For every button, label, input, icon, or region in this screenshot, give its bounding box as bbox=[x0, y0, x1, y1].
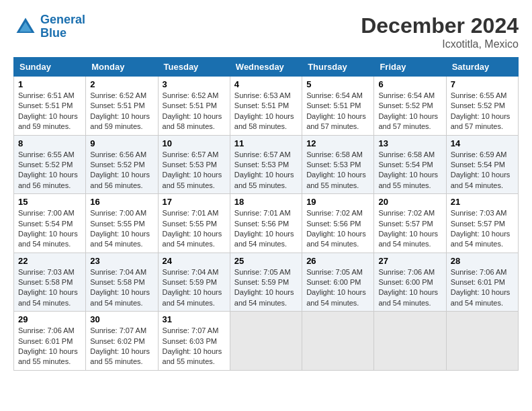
table-row: 16 Sunrise: 7:00 AM Sunset: 5:55 PM Dayl… bbox=[86, 194, 158, 253]
month-year-title: December 2024 bbox=[361, 13, 519, 38]
day-number: 17 bbox=[163, 197, 226, 207]
sunrise-label: Sunrise: 6:52 AM bbox=[90, 91, 146, 99]
table-row: 10 Sunrise: 6:57 AM Sunset: 5:53 PM Dayl… bbox=[158, 135, 230, 194]
sunrise-label: Sunrise: 6:51 AM bbox=[18, 91, 75, 99]
daylight-label: Daylight: 10 hours and 58 minutes. bbox=[163, 112, 222, 130]
sunrise-label: Sunrise: 6:59 AM bbox=[451, 150, 507, 158]
day-info: Sunrise: 7:01 AM Sunset: 5:56 PM Dayligh… bbox=[234, 208, 298, 250]
sunset-label: Sunset: 5:54 PM bbox=[378, 161, 433, 169]
sunset-label: Sunset: 5:52 PM bbox=[378, 101, 433, 109]
sunset-label: Sunset: 5:53 PM bbox=[306, 161, 361, 169]
daylight-label: Daylight: 10 hours and 54 minutes. bbox=[90, 288, 150, 306]
day-number: 19 bbox=[306, 197, 369, 207]
day-number: 10 bbox=[163, 138, 226, 148]
table-row: 2 Sunrise: 6:52 AM Sunset: 5:51 PM Dayli… bbox=[86, 77, 158, 136]
daylight-label: Daylight: 10 hours and 57 minutes. bbox=[378, 112, 438, 130]
day-info: Sunrise: 7:02 AM Sunset: 5:56 PM Dayligh… bbox=[306, 208, 369, 250]
sunrise-label: Sunrise: 7:06 AM bbox=[18, 326, 75, 334]
day-number: 14 bbox=[451, 138, 514, 148]
day-info: Sunrise: 6:58 AM Sunset: 5:54 PM Dayligh… bbox=[378, 150, 441, 191]
day-number: 5 bbox=[306, 79, 369, 89]
table-row: 23 Sunrise: 7:04 AM Sunset: 5:58 PM Dayl… bbox=[86, 253, 158, 312]
sunset-label: Sunset: 5:52 PM bbox=[18, 161, 73, 169]
logo: General Blue bbox=[13, 13, 85, 40]
day-number: 21 bbox=[451, 197, 514, 207]
header-thursday: Thursday bbox=[302, 58, 374, 77]
daylight-label: Daylight: 10 hours and 58 minutes. bbox=[234, 112, 294, 130]
table-row: 18 Sunrise: 7:01 AM Sunset: 5:56 PM Dayl… bbox=[230, 194, 302, 253]
sunrise-label: Sunrise: 7:07 AM bbox=[163, 326, 219, 334]
sunrise-label: Sunrise: 7:01 AM bbox=[163, 209, 219, 217]
day-info: Sunrise: 7:06 AM Sunset: 6:01 PM Dayligh… bbox=[451, 267, 514, 309]
table-row bbox=[446, 312, 518, 371]
day-info: Sunrise: 7:07 AM Sunset: 6:02 PM Dayligh… bbox=[90, 326, 153, 367]
sunrise-label: Sunrise: 6:54 AM bbox=[306, 91, 363, 99]
header-tuesday: Tuesday bbox=[158, 58, 230, 77]
day-number: 25 bbox=[234, 256, 298, 266]
sunset-label: Sunset: 5:56 PM bbox=[306, 220, 361, 228]
table-row: 5 Sunrise: 6:54 AM Sunset: 5:51 PM Dayli… bbox=[302, 77, 374, 136]
sunset-label: Sunset: 5:58 PM bbox=[90, 278, 144, 286]
daylight-label: Daylight: 10 hours and 55 minutes. bbox=[234, 171, 294, 189]
day-info: Sunrise: 7:02 AM Sunset: 5:57 PM Dayligh… bbox=[378, 208, 441, 250]
day-info: Sunrise: 6:54 AM Sunset: 5:52 PM Dayligh… bbox=[378, 91, 441, 132]
sunset-label: Sunset: 6:01 PM bbox=[18, 337, 73, 345]
day-number: 7 bbox=[451, 79, 514, 89]
daylight-label: Daylight: 10 hours and 55 minutes. bbox=[18, 347, 78, 365]
daylight-label: Daylight: 10 hours and 57 minutes. bbox=[306, 112, 366, 130]
logo-blue: Blue bbox=[40, 26, 66, 40]
sunrise-label: Sunrise: 7:02 AM bbox=[306, 209, 363, 217]
sunset-label: Sunset: 5:57 PM bbox=[378, 220, 433, 228]
daylight-label: Daylight: 10 hours and 59 minutes. bbox=[90, 112, 150, 130]
table-row: 28 Sunrise: 7:06 AM Sunset: 6:01 PM Dayl… bbox=[446, 253, 518, 312]
sunset-label: Sunset: 5:54 PM bbox=[451, 161, 505, 169]
sunset-label: Sunset: 5:51 PM bbox=[18, 101, 73, 109]
daylight-label: Daylight: 10 hours and 55 minutes. bbox=[163, 347, 222, 365]
sunset-label: Sunset: 5:51 PM bbox=[306, 101, 361, 109]
day-info: Sunrise: 7:00 AM Sunset: 5:55 PM Dayligh… bbox=[90, 208, 153, 250]
sunset-label: Sunset: 5:51 PM bbox=[234, 101, 289, 109]
header-sunday: Sunday bbox=[14, 58, 86, 77]
day-number: 26 bbox=[306, 256, 369, 266]
day-number: 12 bbox=[306, 138, 369, 148]
day-number: 3 bbox=[163, 79, 226, 89]
table-row: 27 Sunrise: 7:06 AM Sunset: 6:00 PM Dayl… bbox=[374, 253, 446, 312]
sunrise-label: Sunrise: 6:53 AM bbox=[234, 91, 291, 99]
sunrise-label: Sunrise: 7:04 AM bbox=[90, 268, 146, 276]
calendar-week-row: 22 Sunrise: 7:03 AM Sunset: 5:58 PM Dayl… bbox=[14, 253, 519, 312]
table-row: 17 Sunrise: 7:01 AM Sunset: 5:55 PM Dayl… bbox=[158, 194, 230, 253]
daylight-label: Daylight: 10 hours and 54 minutes. bbox=[234, 288, 294, 306]
table-row: 3 Sunrise: 6:52 AM Sunset: 5:51 PM Dayli… bbox=[158, 77, 230, 136]
day-number: 28 bbox=[451, 256, 514, 266]
day-info: Sunrise: 6:57 AM Sunset: 5:53 PM Dayligh… bbox=[234, 150, 298, 191]
calendar-week-row: 15 Sunrise: 7:00 AM Sunset: 5:54 PM Dayl… bbox=[14, 194, 519, 253]
sunset-label: Sunset: 5:55 PM bbox=[163, 220, 217, 228]
day-number: 18 bbox=[234, 197, 298, 207]
day-info: Sunrise: 6:59 AM Sunset: 5:54 PM Dayligh… bbox=[451, 150, 514, 191]
calendar-week-row: 29 Sunrise: 7:06 AM Sunset: 6:01 PM Dayl… bbox=[14, 312, 519, 371]
table-row: 31 Sunrise: 7:07 AM Sunset: 6:03 PM Dayl… bbox=[158, 312, 230, 371]
day-number: 22 bbox=[18, 256, 81, 266]
day-info: Sunrise: 7:00 AM Sunset: 5:54 PM Dayligh… bbox=[18, 208, 81, 250]
sunrise-label: Sunrise: 6:52 AM bbox=[163, 91, 219, 99]
calendar-week-row: 1 Sunrise: 6:51 AM Sunset: 5:51 PM Dayli… bbox=[14, 77, 519, 136]
day-info: Sunrise: 7:07 AM Sunset: 6:03 PM Dayligh… bbox=[163, 326, 226, 367]
header-wednesday: Wednesday bbox=[230, 58, 302, 77]
sunrise-label: Sunrise: 6:58 AM bbox=[378, 150, 435, 158]
table-row: 24 Sunrise: 7:04 AM Sunset: 5:59 PM Dayl… bbox=[158, 253, 230, 312]
daylight-label: Daylight: 10 hours and 54 minutes. bbox=[163, 230, 222, 248]
calendar-table: Sunday Monday Tuesday Wednesday Thursday… bbox=[13, 57, 519, 371]
table-row: 7 Sunrise: 6:55 AM Sunset: 5:52 PM Dayli… bbox=[446, 77, 518, 136]
logo-general: General bbox=[40, 13, 85, 26]
daylight-label: Daylight: 10 hours and 54 minutes. bbox=[306, 230, 366, 248]
daylight-label: Daylight: 10 hours and 54 minutes. bbox=[234, 230, 294, 248]
day-info: Sunrise: 6:58 AM Sunset: 5:53 PM Dayligh… bbox=[306, 150, 369, 191]
sunset-label: Sunset: 6:01 PM bbox=[451, 278, 505, 286]
sunrise-label: Sunrise: 7:00 AM bbox=[90, 209, 146, 217]
day-info: Sunrise: 6:53 AM Sunset: 5:51 PM Dayligh… bbox=[234, 91, 298, 132]
sunset-label: Sunset: 5:51 PM bbox=[163, 101, 217, 109]
table-row: 6 Sunrise: 6:54 AM Sunset: 5:52 PM Dayli… bbox=[374, 77, 446, 136]
table-row: 15 Sunrise: 7:00 AM Sunset: 5:54 PM Dayl… bbox=[14, 194, 86, 253]
daylight-label: Daylight: 10 hours and 55 minutes. bbox=[378, 171, 438, 189]
table-row bbox=[230, 312, 302, 371]
